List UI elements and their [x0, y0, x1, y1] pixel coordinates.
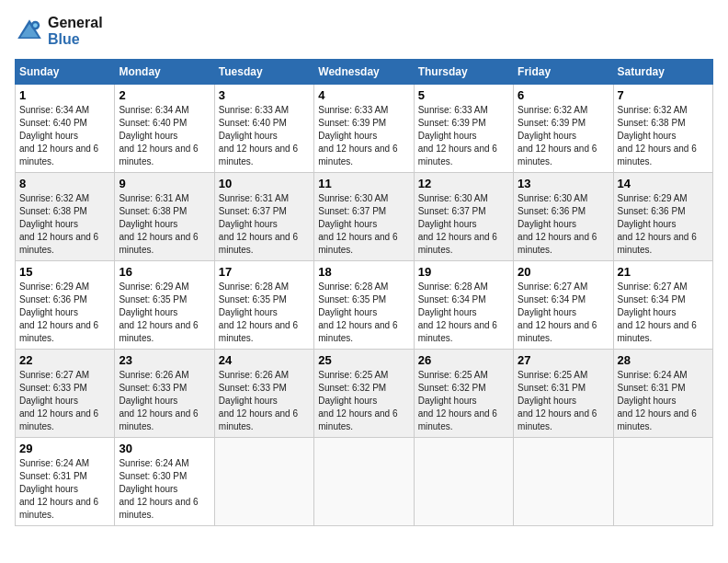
- day-info: Sunrise: 6:33 AM Sunset: 6:40 PM Dayligh…: [219, 104, 310, 168]
- calendar-day-cell: 11 Sunrise: 6:30 AM Sunset: 6:37 PM Dayl…: [314, 173, 414, 261]
- day-info: Sunrise: 6:32 AM Sunset: 6:38 PM Dayligh…: [19, 192, 110, 257]
- day-info: Sunrise: 6:24 AM Sunset: 6:31 PM Dayligh…: [19, 457, 110, 522]
- weekday-header-cell: Monday: [115, 60, 214, 85]
- day-number: 1: [19, 88, 110, 102]
- day-number: 23: [119, 353, 210, 367]
- day-info: Sunrise: 6:29 AM Sunset: 6:35 PM Dayligh…: [119, 281, 210, 345]
- day-number: 29: [19, 442, 110, 455]
- day-number: 7: [618, 88, 709, 102]
- day-info: Sunrise: 6:26 AM Sunset: 6:33 PM Dayligh…: [219, 369, 310, 433]
- calendar-day-cell: 29 Sunrise: 6:24 AM Sunset: 6:31 PM Dayl…: [16, 438, 115, 526]
- day-info: Sunrise: 6:25 AM Sunset: 6:32 PM Dayligh…: [418, 369, 509, 433]
- day-number: 9: [119, 177, 210, 190]
- day-number: 19: [418, 265, 509, 279]
- calendar-day-cell: 3 Sunrise: 6:33 AM Sunset: 6:40 PM Dayli…: [214, 85, 313, 173]
- calendar-day-cell: 10 Sunrise: 6:31 AM Sunset: 6:37 PM Dayl…: [214, 173, 313, 261]
- day-number: 8: [19, 177, 110, 190]
- day-number: 27: [518, 353, 609, 367]
- day-info: Sunrise: 6:28 AM Sunset: 6:35 PM Dayligh…: [219, 281, 310, 345]
- calendar-week-row: 29 Sunrise: 6:24 AM Sunset: 6:31 PM Dayl…: [16, 438, 713, 526]
- day-info: Sunrise: 6:29 AM Sunset: 6:36 PM Dayligh…: [618, 192, 709, 257]
- day-number: 22: [19, 353, 110, 367]
- calendar-day-cell: 30 Sunrise: 6:24 AM Sunset: 6:30 PM Dayl…: [115, 438, 214, 526]
- calendar-day-cell: 16 Sunrise: 6:29 AM Sunset: 6:35 PM Dayl…: [115, 261, 214, 350]
- day-number: 5: [418, 88, 509, 102]
- calendar-day-cell: [414, 438, 513, 526]
- day-number: 14: [618, 177, 709, 190]
- day-info: Sunrise: 6:30 AM Sunset: 6:36 PM Dayligh…: [518, 192, 609, 257]
- day-number: 24: [219, 353, 310, 367]
- calendar-day-cell: 14 Sunrise: 6:29 AM Sunset: 6:36 PM Dayl…: [613, 173, 712, 261]
- day-info: Sunrise: 6:27 AM Sunset: 6:34 PM Dayligh…: [518, 281, 609, 345]
- day-number: 17: [219, 265, 310, 279]
- calendar-day-cell: 1 Sunrise: 6:34 AM Sunset: 6:40 PM Dayli…: [16, 85, 115, 173]
- weekday-header-cell: Saturday: [613, 60, 712, 85]
- day-info: Sunrise: 6:30 AM Sunset: 6:37 PM Dayligh…: [318, 192, 409, 257]
- calendar-day-cell: 7 Sunrise: 6:32 AM Sunset: 6:38 PM Dayli…: [613, 85, 712, 173]
- day-info: Sunrise: 6:24 AM Sunset: 6:31 PM Dayligh…: [618, 369, 709, 433]
- day-number: 20: [518, 265, 609, 279]
- calendar-day-cell: 20 Sunrise: 6:27 AM Sunset: 6:34 PM Dayl…: [514, 261, 613, 350]
- calendar-day-cell: 26 Sunrise: 6:25 AM Sunset: 6:32 PM Dayl…: [414, 350, 513, 438]
- day-number: 3: [219, 88, 310, 102]
- day-number: 13: [518, 177, 609, 190]
- svg-point-3: [33, 23, 38, 28]
- weekday-header-cell: Tuesday: [214, 60, 313, 85]
- calendar-day-cell: 24 Sunrise: 6:26 AM Sunset: 6:33 PM Dayl…: [214, 350, 313, 438]
- calendar-day-cell: [613, 438, 712, 526]
- calendar-day-cell: 21 Sunrise: 6:27 AM Sunset: 6:34 PM Dayl…: [613, 261, 712, 350]
- logo-text: General Blue: [48, 15, 103, 48]
- calendar-day-cell: [214, 438, 313, 526]
- day-info: Sunrise: 6:29 AM Sunset: 6:36 PM Dayligh…: [19, 281, 110, 345]
- weekday-header-cell: Thursday: [414, 60, 513, 85]
- day-info: Sunrise: 6:32 AM Sunset: 6:38 PM Dayligh…: [618, 104, 709, 168]
- calendar-day-cell: 2 Sunrise: 6:34 AM Sunset: 6:40 PM Dayli…: [115, 85, 214, 173]
- weekday-header-cell: Wednesday: [314, 60, 414, 85]
- calendar-day-cell: 12 Sunrise: 6:30 AM Sunset: 6:37 PM Dayl…: [414, 173, 513, 261]
- page-header: General Blue: [15, 15, 713, 48]
- calendar-day-cell: 27 Sunrise: 6:25 AM Sunset: 6:31 PM Dayl…: [514, 350, 613, 438]
- day-number: 30: [119, 442, 210, 455]
- calendar-week-row: 8 Sunrise: 6:32 AM Sunset: 6:38 PM Dayli…: [16, 173, 713, 261]
- day-info: Sunrise: 6:32 AM Sunset: 6:39 PM Dayligh…: [518, 104, 609, 168]
- day-info: Sunrise: 6:27 AM Sunset: 6:33 PM Dayligh…: [19, 369, 110, 433]
- calendar-day-cell: 23 Sunrise: 6:26 AM Sunset: 6:33 PM Dayl…: [115, 350, 214, 438]
- day-info: Sunrise: 6:31 AM Sunset: 6:38 PM Dayligh…: [119, 192, 210, 257]
- day-number: 18: [318, 265, 409, 279]
- day-number: 15: [19, 265, 110, 279]
- day-number: 6: [518, 88, 609, 102]
- day-number: 11: [318, 177, 409, 190]
- day-number: 25: [318, 353, 409, 367]
- day-number: 26: [418, 353, 509, 367]
- calendar-week-row: 15 Sunrise: 6:29 AM Sunset: 6:36 PM Dayl…: [16, 261, 713, 350]
- day-info: Sunrise: 6:25 AM Sunset: 6:32 PM Dayligh…: [318, 369, 409, 433]
- calendar-day-cell: 28 Sunrise: 6:24 AM Sunset: 6:31 PM Dayl…: [613, 350, 712, 438]
- calendar-day-cell: 13 Sunrise: 6:30 AM Sunset: 6:36 PM Dayl…: [514, 173, 613, 261]
- calendar-day-cell: 22 Sunrise: 6:27 AM Sunset: 6:33 PM Dayl…: [16, 350, 115, 438]
- calendar-day-cell: 17 Sunrise: 6:28 AM Sunset: 6:35 PM Dayl…: [214, 261, 313, 350]
- calendar-day-cell: 4 Sunrise: 6:33 AM Sunset: 6:39 PM Dayli…: [314, 85, 414, 173]
- logo-icon: [15, 17, 44, 46]
- calendar-day-cell: 5 Sunrise: 6:33 AM Sunset: 6:39 PM Dayli…: [414, 85, 513, 173]
- logo: General Blue: [15, 15, 103, 48]
- day-info: Sunrise: 6:33 AM Sunset: 6:39 PM Dayligh…: [418, 104, 509, 168]
- day-info: Sunrise: 6:26 AM Sunset: 6:33 PM Dayligh…: [119, 369, 210, 433]
- day-info: Sunrise: 6:34 AM Sunset: 6:40 PM Dayligh…: [119, 104, 210, 168]
- day-number: 4: [318, 88, 409, 102]
- day-info: Sunrise: 6:28 AM Sunset: 6:34 PM Dayligh…: [418, 281, 509, 345]
- day-info: Sunrise: 6:31 AM Sunset: 6:37 PM Dayligh…: [219, 192, 310, 257]
- calendar-day-cell: [514, 438, 613, 526]
- day-info: Sunrise: 6:28 AM Sunset: 6:35 PM Dayligh…: [318, 281, 409, 345]
- day-info: Sunrise: 6:34 AM Sunset: 6:40 PM Dayligh…: [19, 104, 110, 168]
- weekday-header-row: SundayMondayTuesdayWednesdayThursdayFrid…: [16, 60, 713, 85]
- day-number: 16: [119, 265, 210, 279]
- day-info: Sunrise: 6:27 AM Sunset: 6:34 PM Dayligh…: [618, 281, 709, 345]
- day-info: Sunrise: 6:33 AM Sunset: 6:39 PM Dayligh…: [318, 104, 409, 168]
- calendar-body: 1 Sunrise: 6:34 AM Sunset: 6:40 PM Dayli…: [16, 85, 713, 526]
- day-number: 2: [119, 88, 210, 102]
- day-number: 12: [418, 177, 509, 190]
- day-number: 10: [219, 177, 310, 190]
- day-info: Sunrise: 6:30 AM Sunset: 6:37 PM Dayligh…: [418, 192, 509, 257]
- day-info: Sunrise: 6:25 AM Sunset: 6:31 PM Dayligh…: [518, 369, 609, 433]
- day-number: 21: [618, 265, 709, 279]
